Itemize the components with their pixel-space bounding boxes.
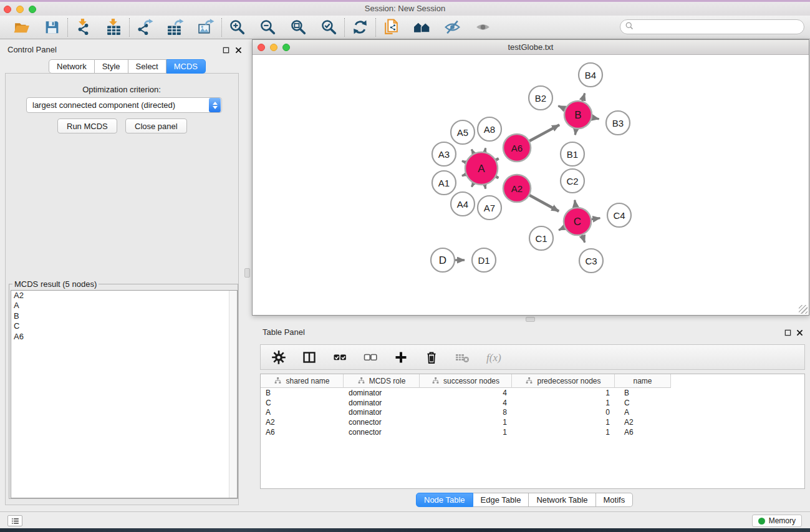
table-cell: C: [261, 399, 344, 407]
network-canvas[interactable]: AA1A3A5A8A4A7A6A2BB1B2B3B4CC1C2C3C4DD1: [253, 55, 809, 315]
table-cell: 1: [420, 418, 512, 427]
graph-edge-A-A7[interactable]: [485, 185, 485, 188]
export-network-icon[interactable]: [137, 19, 153, 36]
graph-edge-A-A6[interactable]: [496, 158, 498, 160]
toolbar-group: [222, 19, 344, 36]
float-panel-icon[interactable]: [222, 46, 230, 54]
export-image-icon[interactable]: [198, 19, 215, 36]
hide-graphics-details-icon[interactable]: [444, 19, 461, 36]
float-table-panel-icon[interactable]: [784, 328, 792, 336]
close-table-panel-icon[interactable]: [796, 328, 804, 336]
search-field[interactable]: [620, 19, 804, 34]
tab-style[interactable]: Style: [95, 59, 128, 74]
table-row[interactable]: Cdominator41C: [261, 398, 804, 408]
graph-edge-A-A8[interactable]: [485, 148, 485, 152]
tab-network[interactable]: Network: [49, 59, 95, 74]
mcds-result-item[interactable]: B: [11, 311, 237, 321]
vertical-splitter-grip[interactable]: [244, 268, 250, 278]
preview-eye-disabled-icon[interactable]: [475, 19, 491, 36]
table-row[interactable]: A2connector11A2: [261, 417, 804, 427]
table-cell: 4: [420, 389, 512, 397]
column-header-successor-nodes[interactable]: successor nodes: [420, 374, 512, 388]
graph-edge-B-B2[interactable]: [558, 106, 565, 109]
close-window-light[interactable]: [4, 6, 11, 13]
tab-select[interactable]: Select: [128, 59, 166, 74]
graph-node-label-C3: C3: [585, 256, 597, 266]
table-row[interactable]: Bdominator41B: [261, 388, 804, 398]
mcds-result-item[interactable]: C: [11, 321, 237, 331]
network-graph: AA1A3A5A8A4A7A6A2BB1B2B3B4CC1C2C3C4DD1: [253, 55, 809, 315]
graph-edge-A-A4[interactable]: [471, 183, 473, 187]
column-header-shared-name[interactable]: shared name: [261, 374, 344, 388]
minimize-window-light[interactable]: [16, 6, 24, 13]
close-panel-button[interactable]: Close panel: [125, 118, 187, 133]
refresh-layout-icon[interactable]: [352, 19, 369, 36]
graph-edge-B-B1[interactable]: [575, 129, 576, 135]
graph-edge-A-A3[interactable]: [462, 161, 466, 162]
column-header-MCDS-role[interactable]: MCDS role: [344, 374, 420, 388]
graph-edge-B-B3[interactable]: [592, 118, 599, 119]
create-column-icon[interactable]: [393, 350, 408, 365]
mcds-result-item[interactable]: A2: [11, 291, 237, 301]
mcds-result-item[interactable]: A: [11, 301, 237, 311]
settings-gear-icon[interactable]: [271, 350, 286, 365]
tab-mcds[interactable]: MCDS: [166, 59, 206, 74]
show-panels-home-icon[interactable]: [413, 19, 430, 36]
run-mcds-button[interactable]: Run MCDS: [57, 118, 117, 133]
close-network-light[interactable]: [258, 44, 265, 51]
column-header-name[interactable]: name: [615, 374, 671, 388]
network-traffic-lights: [258, 44, 290, 51]
zoom-selected-icon[interactable]: [321, 19, 337, 36]
graph-node-label-A: A: [478, 163, 485, 175]
horizontal-splitter-grip[interactable]: [526, 317, 535, 322]
graph-edge-A2-C[interactable]: [529, 195, 559, 211]
tab-edge-table[interactable]: Edge Table: [473, 493, 529, 507]
select-all-checkboxes-icon[interactable]: [332, 350, 347, 365]
result-scrollbar[interactable]: [229, 291, 237, 498]
deselect-all-checkboxes-icon[interactable]: [363, 350, 378, 365]
tab-motifs[interactable]: Motifs: [596, 493, 634, 507]
zoom-network-light[interactable]: [282, 44, 290, 51]
graph-edge-A-A5[interactable]: [471, 150, 473, 153]
network-window-titlebar[interactable]: testGlobe.txt: [253, 40, 809, 55]
search-input[interactable]: [634, 21, 804, 32]
window-resize-grip-icon[interactable]: [799, 305, 808, 314]
tab-node-table[interactable]: Node Table: [416, 493, 473, 507]
graph-edge-A-A1[interactable]: [462, 175, 466, 176]
save-session-icon[interactable]: [44, 19, 60, 36]
import-network-icon[interactable]: [75, 19, 92, 36]
graph-edge-A6-B[interactable]: [529, 125, 559, 141]
zoom-window-light[interactable]: [29, 6, 36, 13]
mcds-result-item[interactable]: A6: [11, 332, 237, 342]
graph-edge-B-B4[interactable]: [582, 94, 585, 101]
table-cell: 1: [420, 428, 512, 437]
graph-node-label-B3: B3: [612, 118, 624, 128]
zoom-fit-icon[interactable]: [290, 19, 307, 36]
tab-network-table[interactable]: Network Table: [529, 493, 595, 507]
open-session-icon[interactable]: [13, 19, 30, 36]
split-columns-icon[interactable]: [302, 350, 317, 365]
zoom-out-icon[interactable]: [259, 19, 276, 36]
delete-columns-icon[interactable]: [424, 350, 439, 365]
export-table-icon[interactable]: [167, 19, 184, 36]
column-header-predecessor-nodes[interactable]: predecessor nodes: [512, 374, 615, 388]
minimize-network-light[interactable]: [270, 44, 277, 51]
new-network-file-icon[interactable]: [383, 19, 400, 36]
column-header-label: successor nodes: [443, 377, 499, 385]
graph-edge-A-A2[interactable]: [496, 177, 499, 178]
graph-edge-C-C2[interactable]: [575, 200, 576, 207]
graph-edge-C-C4[interactable]: [592, 218, 600, 220]
criterion-dropdown[interactable]: largest connected component (directed): [26, 97, 222, 113]
import-table-icon[interactable]: [105, 19, 122, 36]
memory-button[interactable]: Memory: [752, 515, 802, 527]
graph-edge-C-C3[interactable]: [582, 235, 585, 243]
graph-edge-C-C1[interactable]: [559, 228, 564, 230]
table-row[interactable]: A6connector11A6: [261, 427, 804, 437]
zoom-in-icon[interactable]: [229, 19, 246, 36]
table-cell: connector: [344, 428, 420, 437]
table-cell: A2: [615, 418, 671, 427]
table-row[interactable]: Adominator80A: [261, 408, 804, 418]
mcds-result-list[interactable]: A2ABCA6: [11, 290, 238, 498]
task-history-button[interactable]: [7, 515, 22, 526]
close-panel-icon[interactable]: [234, 46, 243, 54]
